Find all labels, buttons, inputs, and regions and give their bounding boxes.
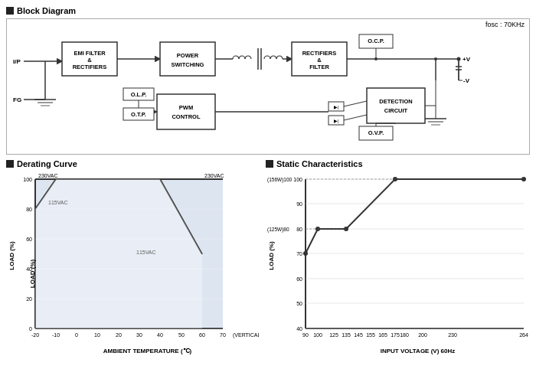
svg-text:180: 180 <box>400 332 409 338</box>
svg-text:O.C.P.: O.C.P. <box>368 38 384 44</box>
derating-square-icon <box>6 160 14 168</box>
svg-text:▶|: ▶| <box>334 119 339 123</box>
svg-text:FILTER: FILTER <box>309 64 329 70</box>
block-diagram-svg: I/P FG EMI FILTER & RECTIFIERS POWER SWI… <box>7 19 531 155</box>
svg-point-138 <box>521 177 526 181</box>
svg-text:10: 10 <box>94 332 100 338</box>
svg-text:PWM: PWM <box>179 104 193 111</box>
svg-text:100: 100 <box>313 332 322 338</box>
svg-text:20: 20 <box>116 332 122 338</box>
svg-text:60: 60 <box>26 237 32 242</box>
svg-text:DETECTION: DETECTION <box>379 98 412 105</box>
svg-text:230: 230 <box>448 332 457 338</box>
static-title: Static Characteristics <box>266 159 530 168</box>
derating-y-label: LOAD (%) <box>29 251 36 297</box>
static-x-label: INPUT VOLTAGE (V) 60Hz <box>306 348 530 354</box>
svg-text:100: 100 <box>293 177 302 182</box>
svg-text:(125W)80: (125W)80 <box>267 227 289 233</box>
svg-text:230VAC: 230VAC <box>38 173 58 178</box>
svg-text:40: 40 <box>157 332 163 338</box>
static-chart-svg: LOAD (%) 100 90 80 70 60 50 40 <box>266 172 530 355</box>
svg-text:0: 0 <box>75 332 78 338</box>
svg-text:(VERTICAL): (VERTICAL) <box>233 332 259 338</box>
svg-text:40: 40 <box>296 326 302 332</box>
svg-text:(156W)100: (156W)100 <box>267 177 293 183</box>
svg-text:O.V.P.: O.V.P. <box>368 129 384 136</box>
svg-text:70: 70 <box>220 332 226 338</box>
svg-point-39 <box>374 57 377 60</box>
derating-x-label: AMBIENT TEMPERATURE (℃) <box>35 348 260 354</box>
bottom-row: Derating Curve LOAD (%) LOAD (%) 0 20 <box>6 159 530 383</box>
svg-text:60: 60 <box>296 276 302 282</box>
svg-text:20: 20 <box>26 296 32 302</box>
svg-text:0: 0 <box>29 326 32 332</box>
svg-point-134 <box>303 251 308 256</box>
svg-text:CONTROL: CONTROL <box>172 113 200 120</box>
static-section: Static Characteristics LOAD (%) 100 90 <box>266 159 530 383</box>
svg-text:125: 125 <box>329 332 338 338</box>
svg-text:POWER: POWER <box>177 52 199 59</box>
svg-text:-10: -10 <box>52 332 60 338</box>
derating-label: Derating Curve <box>17 159 77 168</box>
svg-text:50: 50 <box>296 301 302 306</box>
svg-text:FG: FG <box>13 96 21 103</box>
page: Block Diagram fosc : 70KHz I/P FG EMI FI… <box>0 0 536 392</box>
svg-text:&: & <box>317 57 322 64</box>
svg-line-58 <box>344 115 367 120</box>
derating-title: Derating Curve <box>6 159 260 168</box>
svg-text:30: 30 <box>136 332 142 338</box>
svg-text:80: 80 <box>296 227 302 232</box>
svg-text:100: 100 <box>23 177 32 182</box>
svg-text:90: 90 <box>302 332 309 338</box>
svg-text:175: 175 <box>391 332 400 338</box>
svg-rect-40 <box>157 94 215 129</box>
svg-text:80: 80 <box>26 207 32 212</box>
svg-text:264: 264 <box>519 332 528 338</box>
svg-text:RECTIFIERS: RECTIFIERS <box>302 50 337 57</box>
block-diagram-title: Block Diagram <box>6 6 530 15</box>
svg-text:165: 165 <box>378 332 387 338</box>
svg-text:O.L.P.: O.L.P. <box>131 91 147 98</box>
svg-text:▶|: ▶| <box>334 105 339 109</box>
svg-text:230VAC: 230VAC <box>204 173 224 178</box>
svg-text:&: & <box>87 57 92 64</box>
svg-line-57 <box>344 101 367 106</box>
static-label: Static Characteristics <box>276 159 363 168</box>
svg-text:+V: +V <box>462 56 471 63</box>
svg-text:135: 135 <box>342 332 351 338</box>
svg-text:I/P: I/P <box>13 58 21 65</box>
svg-text:155: 155 <box>366 332 375 338</box>
svg-text:60: 60 <box>199 332 205 338</box>
svg-rect-54 <box>367 88 425 123</box>
block-diagram-label: Block Diagram <box>17 6 76 15</box>
svg-rect-102 <box>306 179 524 328</box>
svg-text:50: 50 <box>178 332 185 338</box>
svg-text:145: 145 <box>354 332 363 338</box>
svg-text:LOAD (%): LOAD (%) <box>8 241 15 270</box>
svg-text:70: 70 <box>296 251 302 256</box>
svg-text:LOAD (%): LOAD (%) <box>268 241 275 270</box>
derating-chart-svg: LOAD (%) 0 20 40 60 80 100 <box>6 172 259 355</box>
svg-text:-20: -20 <box>31 332 39 338</box>
svg-text:90: 90 <box>296 201 302 207</box>
svg-text:-V: -V <box>463 77 470 84</box>
svg-text:200: 200 <box>418 332 427 338</box>
block-diagram-container: fosc : 70KHz I/P FG EMI FILTER & RECTIFI… <box>6 18 530 155</box>
svg-text:EMI FILTER: EMI FILTER <box>74 50 106 57</box>
title-square-icon <box>6 7 14 15</box>
svg-text:O.T.P.: O.T.P. <box>131 111 146 118</box>
svg-text:CIRCUIT: CIRCUIT <box>384 107 408 114</box>
svg-rect-13 <box>160 42 215 76</box>
static-square-icon <box>266 160 273 168</box>
svg-text:RECTIFIERS: RECTIFIERS <box>73 64 107 70</box>
svg-text:SWITCHING: SWITCHING <box>172 61 204 68</box>
derating-section: Derating Curve LOAD (%) LOAD (%) 0 20 <box>6 159 260 383</box>
